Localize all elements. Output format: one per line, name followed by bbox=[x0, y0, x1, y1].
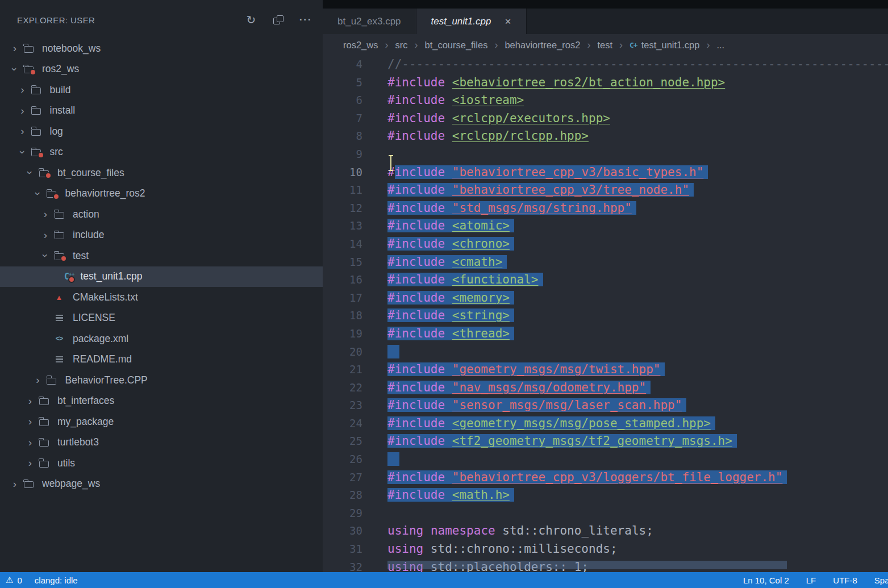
line-content: #include <memory> bbox=[387, 289, 514, 307]
line-number: 22 bbox=[323, 379, 362, 397]
close-icon[interactable]: × bbox=[505, 15, 511, 28]
chevron-icon[interactable]: › bbox=[16, 125, 30, 137]
code-line-30[interactable]: 30using namespace std::chrono_literals; bbox=[323, 522, 888, 540]
code-line-23[interactable]: 23#include "sensor_msgs/msg/laser_scan.h… bbox=[323, 397, 888, 415]
code-line-12[interactable]: 12#include "std_msgs/msg/string.hpp" bbox=[323, 199, 888, 218]
code-line-26[interactable]: 26 bbox=[323, 451, 888, 469]
chevron-icon[interactable]: › bbox=[23, 395, 37, 407]
code-token: #include bbox=[387, 219, 452, 232]
line-number: 26 bbox=[323, 451, 362, 469]
git-modified-dot bbox=[37, 152, 44, 159]
chevron-icon[interactable]: › bbox=[31, 374, 45, 386]
chevron-icon[interactable]: › bbox=[8, 42, 22, 55]
horizontal-scrollbar[interactable] bbox=[387, 561, 787, 569]
more-actions-icon[interactable] bbox=[300, 14, 311, 26]
code-line-22[interactable]: 22#include "nav_msgs/msg/odometry.hpp" bbox=[323, 379, 888, 397]
tree-item-include[interactable]: ›include bbox=[0, 225, 323, 246]
code-line-7[interactable]: 7#include <rclcpp/executors.hpp> bbox=[323, 110, 888, 128]
clangd-status[interactable]: clangd: idle bbox=[35, 576, 78, 585]
tree-item-behaviortree-ros2[interactable]: ›behaviortree_ros2 bbox=[0, 184, 323, 205]
line-number: 30 bbox=[323, 522, 362, 540]
code-line-6[interactable]: 6#include <iostream> bbox=[323, 91, 888, 110]
code-line-14[interactable]: 14#include <chrono> bbox=[323, 235, 888, 253]
chevron-icon[interactable]: › bbox=[16, 105, 30, 117]
code-line-10[interactable]: 10#include "behaviortree_cpp_v3/basic_ty… bbox=[323, 164, 888, 182]
tree-item-cmakelists-txt[interactable]: CMakeLists.txt bbox=[0, 287, 323, 308]
code-line-13[interactable]: 13#include <atomic> bbox=[323, 217, 888, 235]
tree-item-utils[interactable]: ›utils bbox=[0, 453, 323, 474]
eol-indicator[interactable]: LF bbox=[806, 576, 816, 585]
chevron-icon[interactable]: › bbox=[8, 478, 22, 490]
breadcrumb-item-test-unit1-cpp[interactable]: test_unit1.cpp bbox=[629, 40, 699, 51]
code-line-31[interactable]: 31using std::chrono::milliseconds; bbox=[323, 540, 888, 558]
chevron-icon[interactable]: › bbox=[16, 145, 29, 159]
problems-indicator[interactable]: ⚠ 0 bbox=[6, 575, 22, 585]
xml-file-icon bbox=[52, 333, 66, 344]
code-line-27[interactable]: 27#include "behaviortree_cpp_v3/loggers/… bbox=[323, 469, 888, 487]
code-line-15[interactable]: 15#include <cmath> bbox=[323, 253, 888, 272]
tree-item-bt-course-files[interactable]: ›bt_course_files bbox=[0, 162, 323, 184]
tree-item-test[interactable]: ›test bbox=[0, 245, 323, 266]
breadcrumb-item-ros2-ws[interactable]: ros2_ws bbox=[343, 40, 378, 51]
chevron-icon[interactable]: › bbox=[39, 208, 52, 220]
tree-item-build[interactable]: ›build bbox=[0, 80, 323, 101]
breadcrumb-item-more[interactable]: ... bbox=[716, 40, 724, 51]
tree-item-install[interactable]: ›install bbox=[0, 101, 323, 122]
chevron-icon[interactable]: › bbox=[23, 436, 37, 449]
breadcrumb-item-test[interactable]: test bbox=[597, 40, 612, 51]
code-line-24[interactable]: 24#include <geometry_msgs/msg/pose_stamp… bbox=[323, 415, 888, 433]
code-line-9[interactable]: 9 bbox=[323, 145, 888, 164]
collapse-folders-icon[interactable] bbox=[273, 14, 284, 26]
code-line-5[interactable]: 5#include <behaviortree_ros2/bt_action_n… bbox=[323, 74, 888, 92]
chevron-icon[interactable]: › bbox=[9, 62, 21, 76]
tree-item-ros2-ws[interactable]: ›ros2_ws bbox=[0, 59, 323, 80]
tree-item-notebook-ws[interactable]: ›notebook_ws bbox=[0, 38, 323, 59]
tree-item-label: behaviortree_ros2 bbox=[65, 187, 145, 199]
chevron-icon[interactable]: › bbox=[23, 457, 37, 469]
tree-item-src[interactable]: ›src bbox=[0, 142, 323, 163]
encoding-indicator[interactable]: UTF-8 bbox=[833, 576, 857, 585]
tree-item-action[interactable]: ›action bbox=[0, 204, 323, 225]
code-line-28[interactable]: 28#include <math.h> bbox=[323, 486, 888, 504]
chevron-icon[interactable]: › bbox=[32, 187, 44, 201]
code-area[interactable]: 4//-------------------------------------… bbox=[323, 56, 888, 572]
tree-item-label: ros2_ws bbox=[42, 63, 79, 75]
code-line-11[interactable]: 11#include "behaviortree_cpp_v3/tree_nod… bbox=[323, 181, 888, 199]
tree-item-license[interactable]: LICENSE bbox=[0, 308, 323, 329]
breadcrumb-item-behaviortree-ros2[interactable]: behaviortree_ros2 bbox=[505, 40, 580, 51]
code-line-18[interactable]: 18#include <string> bbox=[323, 307, 888, 325]
tree-item-behaviortree-cpp[interactable]: ›BehaviorTree.CPP bbox=[0, 370, 323, 391]
tab-bt-u2-ex3-cpp[interactable]: bt_u2_ex3.cpp bbox=[323, 9, 416, 34]
tree-item-bt-interfaces[interactable]: ›bt_interfaces bbox=[0, 391, 323, 412]
code-line-20[interactable]: 20 bbox=[323, 343, 888, 361]
folder-icon bbox=[37, 416, 51, 427]
tree-item-package-xml[interactable]: package.xml bbox=[0, 328, 323, 349]
chevron-icon[interactable]: › bbox=[16, 84, 30, 96]
folder-icon bbox=[52, 250, 66, 261]
chevron-icon[interactable]: › bbox=[39, 229, 52, 241]
tree-item-turtlebot3[interactable]: ›turtlebot3 bbox=[0, 432, 323, 453]
cursor-position[interactable]: Ln 10, Col 2 bbox=[743, 576, 789, 585]
chevron-icon[interactable]: › bbox=[23, 415, 37, 428]
tree-item-webpage-ws[interactable]: ›webpage_ws bbox=[0, 474, 323, 495]
tree-item-my-package[interactable]: ›my_package bbox=[0, 411, 323, 432]
indentation-indicator[interactable]: Spac bbox=[874, 576, 888, 585]
vscode-window: EXPLORER: USER ›notebook_ws›ros2_ws›buil… bbox=[0, 0, 888, 588]
tree-item-readme-md[interactable]: README.md bbox=[0, 349, 323, 370]
code-line-16[interactable]: 16#include <functional> bbox=[323, 271, 888, 289]
breadcrumb-item-src[interactable]: src bbox=[395, 40, 407, 51]
chevron-icon[interactable]: › bbox=[39, 249, 52, 262]
code-line-4[interactable]: 4//-------------------------------------… bbox=[323, 56, 888, 74]
code-line-21[interactable]: 21#include "geometry_msgs/msg/twist.hpp" bbox=[323, 361, 888, 379]
tab-test-unit1-cpp[interactable]: test_unit1.cpp × bbox=[416, 9, 527, 34]
tree-item-log[interactable]: ›log bbox=[0, 121, 323, 142]
code-line-19[interactable]: 19#include <thread> bbox=[323, 325, 888, 343]
refresh-icon[interactable] bbox=[245, 14, 257, 26]
chevron-icon[interactable]: › bbox=[24, 166, 36, 180]
code-line-29[interactable]: 29 bbox=[323, 504, 888, 523]
tree-item-test-unit1-cpp[interactable]: test_unit1.cpp bbox=[0, 266, 323, 287]
code-line-8[interactable]: 8#include <rclcpp/rclcpp.hpp> bbox=[323, 127, 888, 145]
code-line-17[interactable]: 17#include <memory> bbox=[323, 289, 888, 307]
code-line-25[interactable]: 25#include <tf2_geometry_msgs/tf2_geomet… bbox=[323, 432, 888, 451]
breadcrumb-item-bt-course-files[interactable]: bt_course_files bbox=[424, 40, 487, 51]
